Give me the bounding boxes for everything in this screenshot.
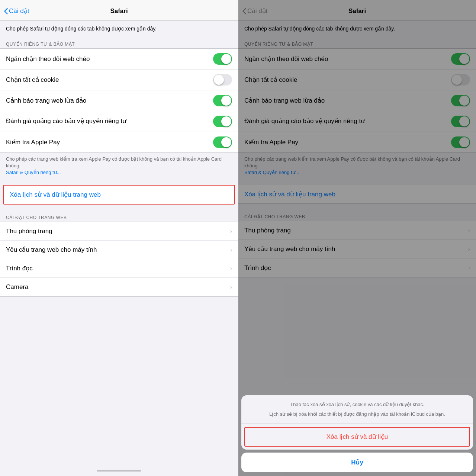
left-row-apple-pay[interactable]: Kiểm tra Apple Pay — [0, 132, 238, 152]
left-label-zoom: Thu phóng trang — [6, 228, 230, 235]
left-home-indicator — [0, 465, 238, 476]
left-label-request-desktop: Yêu cầu trang web cho máy tính — [6, 246, 230, 254]
left-nav-header: Cài đặt Safari — [0, 0, 238, 21]
action-sheet-desc2: Lịch sử sẽ bị xóa khỏi các thiết bị được… — [247, 411, 467, 418]
left-clear-history-container: Xóa lịch sử và dữ liệu trang web — [3, 185, 235, 205]
left-toggle-cross-tracking[interactable] — [213, 53, 232, 65]
left-label-fraud-warning: Cảnh báo trang web lừa đảo — [6, 97, 213, 104]
left-home-bar — [97, 470, 141, 472]
left-title: Safari — [110, 7, 128, 15]
action-sheet-cancel-button[interactable]: Hủy — [241, 453, 473, 472]
left-row-block-cookies[interactable]: Chặn tất cả cookie — [0, 70, 238, 90]
left-row-reader[interactable]: Trình đọc › — [0, 259, 238, 278]
left-toggle-privacy-ads[interactable] — [213, 116, 232, 127]
left-back-button[interactable]: Cài đặt — [4, 7, 29, 15]
left-row-camera[interactable]: Camera › — [0, 278, 238, 296]
left-web-settings-header: CÀI ĐẶT CHO TRANG WEB — [0, 212, 238, 222]
left-safari-link[interactable]: Safari & Quyền riêng tư... — [6, 170, 61, 175]
right-panel: Cài đặt Safari Cho phép Safari tự động đ… — [238, 0, 476, 476]
left-row-fraud-warning[interactable]: Cảnh báo trang web lừa đảo — [0, 90, 238, 111]
left-label-reader: Trình đọc — [6, 264, 230, 272]
left-apple-pay-desc: Cho phép các trang web kiểm tra xem Appl… — [0, 153, 238, 178]
left-web-settings-group: Thu phóng trang › Yêu cầu trang web cho … — [0, 222, 238, 297]
left-chevron-request-desktop: › — [230, 247, 232, 253]
left-top-desc: Cho phép Safari tự động đóng các tab khô… — [0, 21, 238, 36]
left-content: Cho phép Safari tự động đóng các tab khô… — [0, 21, 238, 465]
action-sheet: Thao tác xóa sẽ xóa lịch sử, cookie và c… — [238, 395, 476, 476]
left-row-request-desktop[interactable]: Yêu cầu trang web cho máy tính › — [0, 241, 238, 259]
left-chevron-camera: › — [230, 284, 232, 290]
action-sheet-desc1: Thao tác xóa sẽ xóa lịch sử, cookie và c… — [247, 401, 467, 408]
left-label-cross-tracking: Ngăn chặn theo dõi web chéo — [6, 55, 213, 63]
left-clear-history-button[interactable]: Xóa lịch sử và dữ liệu trang web — [4, 186, 234, 204]
left-privacy-header: QUYỀN RIÊNG TƯ & BẢO MẬT — [0, 39, 238, 48]
left-toggle-fraud-warning[interactable] — [213, 95, 232, 106]
left-label-privacy-ads: Đánh giá quảng cáo bảo vệ quyền riêng tư — [6, 117, 213, 125]
left-label-camera: Camera — [6, 283, 230, 291]
left-chevron-reader: › — [230, 265, 232, 272]
left-toggle-apple-pay[interactable] — [213, 136, 232, 148]
action-sheet-confirm-button[interactable]: Xóa lịch sử và dữ liệu — [244, 427, 470, 447]
left-panel: Cài đặt Safari Cho phép Safari tự động đ… — [0, 0, 238, 476]
left-label-block-cookies: Chặn tất cả cookie — [6, 76, 213, 84]
action-sheet-title-area: Thao tác xóa sẽ xóa lịch sử, cookie và c… — [241, 395, 473, 424]
left-chevron-zoom: › — [230, 228, 232, 235]
left-privacy-group: Ngăn chặn theo dõi web chéo Chặn tất cả … — [0, 48, 238, 153]
left-row-privacy-ads[interactable]: Đánh giá quảng cáo bảo vệ quyền riêng tư — [0, 111, 238, 132]
action-sheet-body: Thao tác xóa sẽ xóa lịch sử, cookie và c… — [241, 395, 473, 450]
left-row-zoom[interactable]: Thu phóng trang › — [0, 222, 238, 241]
left-label-apple-pay: Kiểm tra Apple Pay — [6, 138, 213, 146]
left-toggle-block-cookies[interactable] — [213, 74, 232, 86]
left-row-cross-tracking[interactable]: Ngăn chặn theo dõi web chéo — [0, 49, 238, 70]
